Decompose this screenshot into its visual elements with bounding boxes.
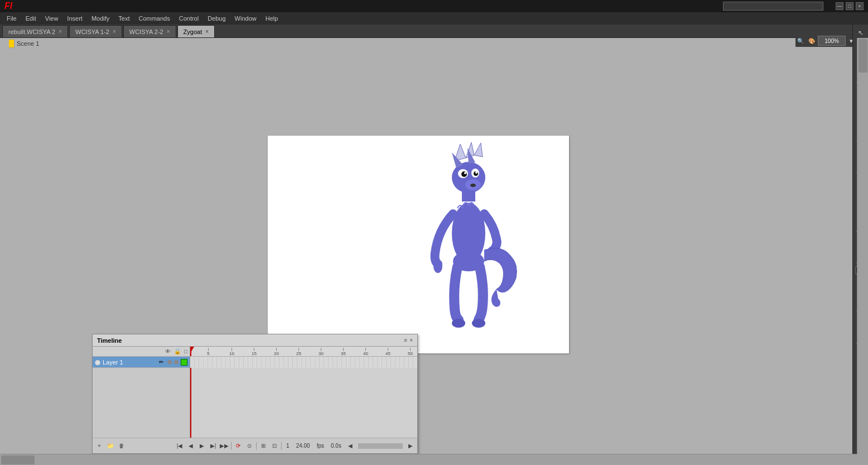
tab-label: WCISYA 2-2 xyxy=(129,28,163,35)
menu-view[interactable]: View xyxy=(41,14,63,23)
maximize-button[interactable]: □ xyxy=(846,2,853,10)
layer-list: ⬤ Layer 1 ✏ xyxy=(93,357,190,438)
ruler-10: 10 xyxy=(229,351,234,356)
timeline-title: Timeline xyxy=(97,337,122,344)
play-btn[interactable]: ▶ xyxy=(197,443,206,449)
menu-bar: File Edit View Insert Modify Text Comman… xyxy=(0,12,868,25)
svg-point-7 xyxy=(461,171,467,177)
frames-area[interactable] xyxy=(190,357,417,438)
menu-insert[interactable]: Insert xyxy=(62,14,87,23)
ruler-35: 35 xyxy=(341,351,346,356)
tabs-row: rebuilt.WCISYA 2 × WCISYA 1-2 × WCISYA 2… xyxy=(0,25,868,38)
timeline-close-btn[interactable]: × xyxy=(409,337,413,343)
vertical-scrollbar[interactable] xyxy=(857,38,868,454)
go-first-btn[interactable]: |◀ xyxy=(175,443,184,449)
timeline-bottom: + 📁 🗑 |◀ ◀ ▶ ▶| ▶▶ ⟳ ⊙ ⊞ ⊡ 1 24.00 fps 0… xyxy=(93,438,417,453)
timeline-collapse-btn[interactable]: ≡ xyxy=(404,337,407,343)
timeline-scrollbar[interactable] xyxy=(358,443,403,449)
snap-btn[interactable]: ⊞ xyxy=(259,443,268,449)
add-layer-btn[interactable]: + xyxy=(95,443,104,449)
layer-lock-dot[interactable] xyxy=(174,360,179,365)
onion-skin-btn[interactable]: ⊙ xyxy=(245,443,254,449)
menu-help[interactable]: Help xyxy=(261,14,283,23)
tab-close-icon[interactable]: × xyxy=(205,28,209,35)
timeline-body: 👁 🔒 □ 5 10 15 20 25 30 35 40 45 50 xyxy=(93,347,417,453)
tab-close-icon[interactable]: × xyxy=(167,28,170,35)
ruler-20: 20 xyxy=(274,351,279,356)
scene-label: Scene 1 xyxy=(6,38,39,49)
menu-control[interactable]: Control xyxy=(175,14,203,23)
ruler-40: 40 xyxy=(363,351,368,356)
step-back-btn[interactable]: ◀ xyxy=(186,443,195,449)
tab-wcisya12[interactable]: WCISYA 1-2 × xyxy=(69,25,122,37)
time-value: 0.0s xyxy=(329,443,344,449)
eye-icon[interactable]: 👁 xyxy=(165,348,171,354)
scene-name: Scene 1 xyxy=(17,40,39,47)
go-last-btn[interactable]: ▶▶ xyxy=(220,443,229,449)
menu-edit[interactable]: Edit xyxy=(21,14,41,23)
svg-point-9 xyxy=(464,172,466,174)
title-bar-left: Fl xyxy=(4,1,22,11)
menu-commands[interactable]: Commands xyxy=(134,14,174,23)
layer-name[interactable]: Layer 1 xyxy=(103,359,155,366)
tab-label: Zygoat xyxy=(184,28,202,35)
layer-vis-dot[interactable] xyxy=(167,360,172,365)
timeline-top-controls: ≡ × xyxy=(404,337,413,343)
lock-icon[interactable]: 🔒 xyxy=(174,348,181,354)
tab-close-icon[interactable]: × xyxy=(59,28,62,35)
timeline-content: ⬤ Layer 1 ✏ xyxy=(93,357,417,438)
timeline-header: Timeline ≡ × xyxy=(93,334,417,347)
tab-rebuilt-wcisya2[interactable]: rebuilt.WCISYA 2 × xyxy=(2,25,68,37)
svg-point-18 xyxy=(472,319,485,328)
select-tool[interactable]: ↖ xyxy=(855,27,867,39)
h-scroll-thumb[interactable] xyxy=(1,456,35,464)
svg-point-11 xyxy=(470,184,476,187)
zoom-input[interactable]: 100% xyxy=(818,36,846,46)
svg-point-10 xyxy=(475,171,478,174)
ruler-5: 5 xyxy=(207,351,209,356)
menu-modify[interactable]: Modify xyxy=(87,14,114,23)
delete-layer-btn[interactable]: 🗑 xyxy=(117,443,126,449)
layer-keyframe[interactable] xyxy=(181,359,187,366)
close-button[interactable]: × xyxy=(856,2,864,10)
svg-rect-12 xyxy=(462,190,475,202)
tab-label: rebuilt.WCISYA 2 xyxy=(8,28,55,35)
left-panel xyxy=(0,38,9,454)
menu-text[interactable]: Text xyxy=(114,14,134,23)
loop-btn[interactable]: ⟳ xyxy=(234,443,243,449)
playhead-arrow xyxy=(190,347,194,352)
zoom-controls: 🔍 🎨 100% ▼ xyxy=(795,35,856,47)
zoom-icon: 🔍 xyxy=(795,38,806,44)
tab-wcisya22[interactable]: WCISYA 2-2 × xyxy=(123,25,176,37)
frame-number: 1 xyxy=(284,443,292,449)
ruler-15: 15 xyxy=(252,351,257,356)
timeline-ruler: 5 10 15 20 25 30 35 40 45 50 xyxy=(190,347,417,356)
layer-row: ⬤ Layer 1 ✏ xyxy=(93,357,190,368)
horizontal-scrollbar[interactable] xyxy=(0,454,857,465)
timeline-layer-header: 👁 🔒 □ xyxy=(93,347,190,356)
step-forward-btn[interactable]: ▶| xyxy=(209,443,218,449)
layer-pencil-icon[interactable]: ✏ xyxy=(157,358,165,366)
v-scroll-thumb[interactable] xyxy=(859,39,867,73)
add-folder-btn[interactable]: 📁 xyxy=(106,443,115,449)
timeline-scroll-left[interactable]: ◀ xyxy=(346,443,355,449)
menu-debug[interactable]: Debug xyxy=(203,14,230,23)
outline-icon[interactable]: □ xyxy=(184,348,187,354)
window-controls: — □ × xyxy=(836,2,864,10)
character-artwork xyxy=(407,141,552,348)
tab-close-icon[interactable]: × xyxy=(113,28,116,35)
stage xyxy=(268,136,569,353)
menu-window[interactable]: Window xyxy=(230,14,261,23)
timeline-ruler-row: 👁 🔒 □ 5 10 15 20 25 30 35 40 45 50 xyxy=(93,347,417,357)
menu-file[interactable]: File xyxy=(2,14,21,23)
tab-zygoat[interactable]: Zygoat × xyxy=(177,25,215,37)
search-input[interactable] xyxy=(723,2,823,11)
app-logo: Fl xyxy=(4,1,12,11)
sync-btn[interactable]: ⊡ xyxy=(270,443,279,449)
bottom-sep2 xyxy=(256,442,257,450)
title-bar: Fl — □ × xyxy=(0,0,868,12)
minimize-button[interactable]: — xyxy=(836,2,843,10)
timeline-scroll-right[interactable]: ▶ xyxy=(406,443,415,449)
bottom-sep xyxy=(231,442,232,450)
tab-label: WCISYA 1-2 xyxy=(75,28,109,35)
